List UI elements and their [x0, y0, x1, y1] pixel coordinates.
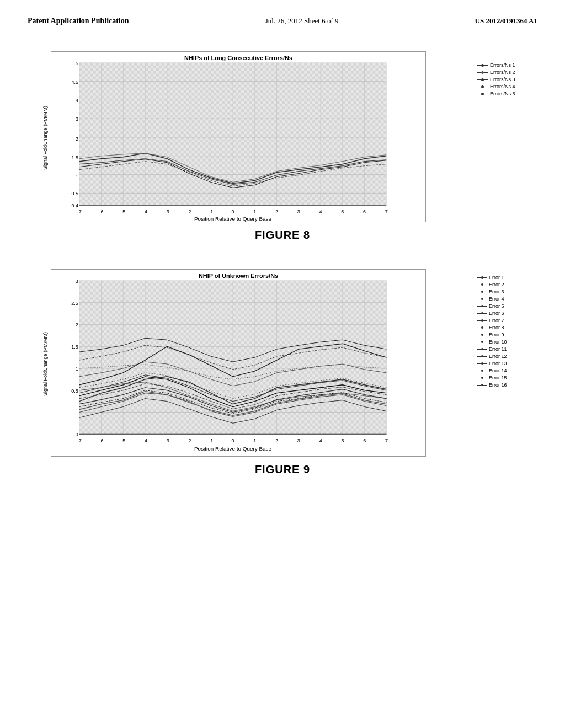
figure9-legend-line-12 [477, 356, 487, 357]
figure8-legend-line-2 [477, 72, 488, 73]
figure9-legend-label-1: Error 1 [489, 275, 504, 280]
svg-text:2.5: 2.5 [71, 301, 78, 306]
svg-text:-5: -5 [121, 438, 125, 443]
figure8-legend-label-2: Errors/Ns 2 [490, 69, 515, 75]
figure9-legend-item-3: Error 3 [477, 289, 523, 295]
svg-text:2: 2 [76, 322, 78, 328]
figure9-legend-line-16 [477, 385, 487, 386]
svg-text:4: 4 [319, 209, 322, 215]
figure9-legend-item-11: Error 11 [477, 346, 523, 352]
svg-text:5: 5 [341, 209, 344, 215]
figure9-legend-line-13 [477, 363, 487, 364]
figure8-y-axis-label: Signal FoldChange (PM/MM) [42, 106, 48, 170]
figure9-legend-line-9 [477, 335, 487, 335]
svg-text:-1: -1 [209, 438, 213, 443]
svg-text:-3: -3 [165, 438, 169, 443]
page-header: Patent Application Publication Jul. 26, … [28, 17, 537, 29]
svg-text:0: 0 [232, 209, 234, 215]
svg-text:-2: -2 [187, 209, 191, 215]
figure9-legend-label-11: Error 11 [489, 346, 507, 352]
figure9-legend-label-2: Error 2 [489, 282, 504, 287]
svg-text:6: 6 [363, 438, 366, 443]
figure9-legend-item-16: Error 16 [477, 382, 523, 388]
figure8-y-labels: 5 4.5 4 3 2 1.5 1 0.5 0.4 [71, 61, 78, 208]
figure9-legend-line-1 [477, 277, 487, 278]
figure9-legend-label-5: Error 5 [489, 303, 504, 309]
svg-text:0: 0 [76, 432, 78, 437]
figure8-x-labels: -7 -6 -5 -4 -3 -2 -1 0 1 2 3 4 5 6 [77, 209, 388, 215]
svg-text:2: 2 [275, 438, 278, 443]
figure9-legend-line-8 [477, 328, 487, 328]
svg-text:1: 1 [253, 438, 256, 443]
header-publication: Patent Application Publication [28, 17, 129, 25]
figure9-legend-label-8: Error 8 [489, 325, 504, 330]
figure9-container: Signal FoldChange (PM/MM) NHIP of Unknow… [28, 269, 537, 487]
figure9-legend-label-12: Error 12 [489, 354, 507, 359]
figure8-container: Signal FoldChange (PM/MM) NHIPs of Long … [28, 51, 537, 253]
svg-text:2: 2 [76, 136, 78, 142]
figure9-legend-item-13: Error 13 [477, 361, 523, 366]
figure9-legend-item-12: Error 12 [477, 354, 523, 359]
figure8-legend: Errors/Ns 1 Errors/Ns 2 Errors/Ns 3 Erro… [473, 51, 523, 98]
figure9-legend-label-9: Error 9 [489, 332, 504, 338]
figure9-legend-line-6 [477, 313, 487, 314]
figure8-legend-item-1: Errors/Ns 1 [477, 62, 523, 68]
figure9-legend-line-7 [477, 320, 487, 321]
header-patent-number: US 2012/0191364 A1 [475, 17, 537, 25]
svg-text:7: 7 [385, 438, 388, 443]
figure9-legend-item-4: Error 4 [477, 296, 523, 302]
figure8-svg: NHIPs of Long Consecutive Errors/Ns [51, 51, 426, 222]
figure8-legend-label-1: Errors/Ns 1 [490, 62, 515, 68]
figure9-legend-item-1: Error 1 [477, 275, 523, 280]
figure9-legend-label-6: Error 6 [489, 311, 504, 316]
figure9-x-title: Position Relative to Query Base [194, 446, 272, 452]
svg-text:1: 1 [76, 366, 78, 372]
figure9-svg: NHIP of Unknown Errors/Ns [51, 269, 426, 457]
figure8-legend-label-3: Errors/Ns 3 [490, 77, 515, 82]
figure9-legend-line-14 [477, 371, 487, 371]
header-date-sheet: Jul. 26, 2012 Sheet 6 of 9 [265, 17, 339, 25]
figure8-chart-area: NHIPs of Long Consecutive Errors/Ns [51, 51, 473, 224]
figure9-legend-item-7: Error 7 [477, 318, 523, 323]
figure9-legend-line-11 [477, 349, 487, 350]
figure8-title: NHIPs of Long Consecutive Errors/Ns [184, 55, 292, 61]
figure9-legend: Error 1Error 2Error 3Error 4Error 5Error… [473, 269, 523, 389]
svg-text:3: 3 [76, 279, 78, 284]
figure9-legend-item-2: Error 2 [477, 282, 523, 287]
figure9-legend-label-15: Error 15 [489, 375, 507, 381]
figure9-legend-item-10: Error 10 [477, 339, 523, 345]
svg-text:3: 3 [76, 116, 78, 122]
figure9-legend-line-2 [477, 285, 487, 285]
figure9-legend-label-10: Error 10 [489, 339, 507, 345]
svg-text:5: 5 [76, 61, 78, 66]
figure9-label: FIGURE 9 [255, 463, 310, 476]
figure9-legend-item-8: Error 8 [477, 325, 523, 330]
figure8-x-title: Position Relative to Query Base [194, 216, 272, 222]
svg-text:-6: -6 [99, 209, 104, 215]
figure8-legend-label-5: Errors/Ns 5 [490, 91, 515, 97]
svg-text:-5: -5 [121, 209, 125, 215]
figure9-chart-wrapper: Signal FoldChange (PM/MM) NHIP of Unknow… [42, 269, 523, 459]
svg-text:0.4: 0.4 [71, 203, 78, 208]
svg-text:1: 1 [76, 174, 78, 179]
svg-text:-1: -1 [209, 209, 213, 215]
svg-text:4.5: 4.5 [71, 79, 78, 85]
svg-text:2: 2 [275, 209, 278, 215]
svg-text:3: 3 [297, 438, 300, 443]
figure8-legend-line-5 [477, 94, 488, 94]
figure9-legend-item-5: Error 5 [477, 303, 523, 309]
svg-text:-3: -3 [165, 209, 169, 215]
figure9-legend-label-13: Error 13 [489, 361, 507, 366]
figure9-y-axis-label: Signal FoldChange (PM/MM) [42, 332, 48, 396]
figure9-legend-line-15 [477, 378, 487, 378]
figure8-legend-line-3 [477, 79, 488, 80]
figure9-x-labels: -7 -6 -5 -4 -3 -2 -1 0 1 2 3 4 5 6 [77, 438, 388, 443]
svg-text:6: 6 [363, 209, 366, 215]
figure9-legend-line-3 [477, 292, 487, 292]
figure9-legend-label-14: Error 14 [489, 368, 507, 373]
svg-text:1: 1 [253, 209, 256, 215]
figure9-legend-label-16: Error 16 [489, 382, 507, 388]
svg-text:7: 7 [385, 209, 388, 215]
figure9-legend-line-4 [477, 299, 487, 299]
svg-text:0.5: 0.5 [71, 388, 78, 394]
